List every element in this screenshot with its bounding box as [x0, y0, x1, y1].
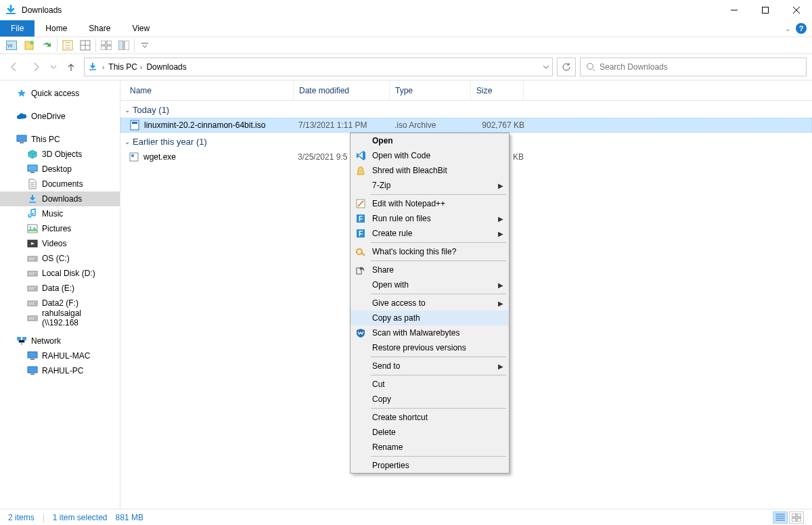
col-type[interactable]: Type — [390, 81, 471, 100]
minimize-button[interactable] — [719, 0, 750, 20]
chevron-right-icon: ▶ — [498, 281, 503, 289]
menu-icon — [355, 312, 367, 324]
refresh-button[interactable] — [557, 58, 576, 76]
maximize-button[interactable] — [750, 0, 781, 20]
group-header[interactable]: ⌄Today (1) — [120, 101, 812, 118]
nav-item[interactable]: Videos — [0, 236, 120, 251]
nav-network[interactable]: Network — [0, 334, 120, 348]
svg-point-29 — [35, 318, 36, 319]
context-menu-item[interactable]: Edit with Notepad++ — [351, 196, 509, 211]
col-date[interactable]: Date modified — [294, 81, 390, 100]
context-menu-item[interactable]: Rename — [351, 440, 509, 455]
view-details-button[interactable] — [773, 511, 788, 524]
svg-rect-32 — [28, 352, 37, 358]
window-title: Downloads — [22, 5, 62, 15]
col-size[interactable]: Size — [471, 81, 524, 100]
context-menu-item[interactable]: Delete — [351, 425, 509, 440]
context-menu-item[interactable]: Cut — [351, 377, 509, 392]
qat-btn-7[interactable] — [116, 38, 131, 53]
file-tab[interactable]: File — [0, 20, 35, 37]
nav-item[interactable]: rahulsaigal (\\192.168 — [0, 311, 120, 325]
nav-item[interactable]: Documents — [0, 177, 120, 191]
chevron-right-icon[interactable]: › — [102, 64, 104, 71]
qat-btn-4[interactable] — [60, 38, 75, 53]
menu-icon: F — [355, 212, 367, 225]
qat-overflow[interactable] — [137, 38, 152, 53]
context-menu-item[interactable]: Open — [351, 133, 509, 148]
context-menu-item[interactable]: Properties — [351, 458, 509, 473]
back-button[interactable] — [5, 58, 23, 76]
folder-icon — [27, 238, 38, 249]
nav-this-pc[interactable]: This PC — [0, 132, 120, 147]
forward-button[interactable] — [27, 58, 45, 76]
breadcrumb-this-pc[interactable]: This PC› — [108, 62, 142, 72]
file-row[interactable]: linuxmint-20.2-cinnamon-64bit.iso7/13/20… — [120, 118, 812, 133]
ribbon-collapse-icon[interactable]: ⌄ — [785, 25, 790, 32]
nav-item[interactable]: Pictures — [0, 221, 120, 236]
tab-view[interactable]: View — [121, 20, 160, 37]
address-dropdown[interactable] — [543, 64, 549, 70]
close-button[interactable] — [781, 0, 812, 20]
up-button[interactable] — [62, 58, 80, 76]
qat-share-icon[interactable] — [39, 38, 54, 53]
nav-onedrive[interactable]: OneDrive — [0, 109, 120, 124]
svg-rect-16 — [30, 172, 35, 173]
svg-rect-0 — [763, 7, 769, 14]
context-menu-item[interactable]: 7-Zip▶ — [351, 178, 509, 193]
context-menu-item[interactable]: Open with Code — [351, 148, 509, 163]
nav-item[interactable]: Local Disk (D:) — [0, 266, 120, 281]
folder-icon — [27, 253, 38, 264]
separator — [95, 39, 96, 52]
col-name[interactable]: Name — [120, 81, 294, 100]
tab-home[interactable]: Home — [35, 20, 78, 37]
context-menu-item[interactable]: FRun rule on files▶ — [351, 211, 509, 226]
tab-share[interactable]: Share — [78, 20, 121, 37]
nav-item[interactable]: RAHUL-PC — [0, 363, 120, 378]
status-selected: 1 item selected — [53, 513, 108, 522]
context-menu-item[interactable]: Shred with BleachBit — [351, 163, 509, 178]
context-menu-item[interactable]: Restore previous versions — [351, 340, 509, 355]
svg-rect-26 — [28, 301, 37, 306]
view-large-button[interactable] — [789, 511, 804, 524]
nav-item[interactable]: Music — [0, 206, 120, 221]
qat-btn-5[interactable] — [78, 38, 93, 53]
nav-quick-access[interactable]: Quick access — [0, 86, 120, 101]
context-menu-item[interactable]: Scan with Malwarebytes — [351, 325, 509, 340]
folder-icon — [27, 208, 38, 219]
context-menu-item[interactable]: Copy as path — [351, 311, 509, 325]
star-icon — [16, 88, 27, 99]
svg-rect-8 — [101, 46, 106, 50]
context-menu-item[interactable]: FCreate rule▶ — [351, 226, 509, 241]
context-menu-item[interactable]: Open with▶ — [351, 277, 509, 292]
nav-item[interactable]: 3D Objects — [0, 147, 120, 162]
svg-rect-49 — [792, 518, 796, 522]
nav-item[interactable]: Downloads — [0, 191, 120, 206]
qat-btn-1[interactable]: W — [4, 38, 19, 53]
menu-icon — [355, 164, 367, 177]
svg-rect-39 — [131, 154, 134, 157]
breadcrumb-downloads[interactable]: Downloads — [146, 62, 186, 72]
nav-item[interactable]: OS (C:) — [0, 251, 120, 266]
context-menu-item[interactable]: Send to▶ — [351, 359, 509, 373]
context-menu-item[interactable]: What's locking this file? — [351, 244, 509, 259]
svg-rect-14 — [20, 142, 24, 143]
qat-btn-6[interactable] — [99, 38, 114, 53]
context-menu-item[interactable]: Give access to▶ — [351, 296, 509, 311]
search-box[interactable]: Search Downloads — [580, 58, 807, 76]
file-icon — [129, 120, 140, 131]
help-button[interactable]: ? — [796, 23, 807, 34]
nav-item[interactable]: RAHUL-MAC — [0, 348, 120, 363]
qat-btn-2[interactable] — [22, 38, 37, 53]
context-menu-item[interactable]: Create shortcut — [351, 410, 509, 425]
context-menu-item[interactable]: Copy — [351, 392, 509, 407]
nav-item[interactable]: Data (E:) — [0, 281, 120, 296]
recent-dropdown[interactable] — [49, 58, 58, 76]
menu-icon — [355, 360, 367, 372]
separator — [371, 456, 506, 457]
address-bar[interactable]: › This PC› Downloads — [84, 58, 553, 76]
separator — [57, 39, 58, 52]
menu-icon — [355, 426, 367, 438]
svg-point-27 — [35, 303, 36, 304]
nav-item[interactable]: Desktop — [0, 162, 120, 177]
context-menu-item[interactable]: Share — [351, 262, 509, 277]
